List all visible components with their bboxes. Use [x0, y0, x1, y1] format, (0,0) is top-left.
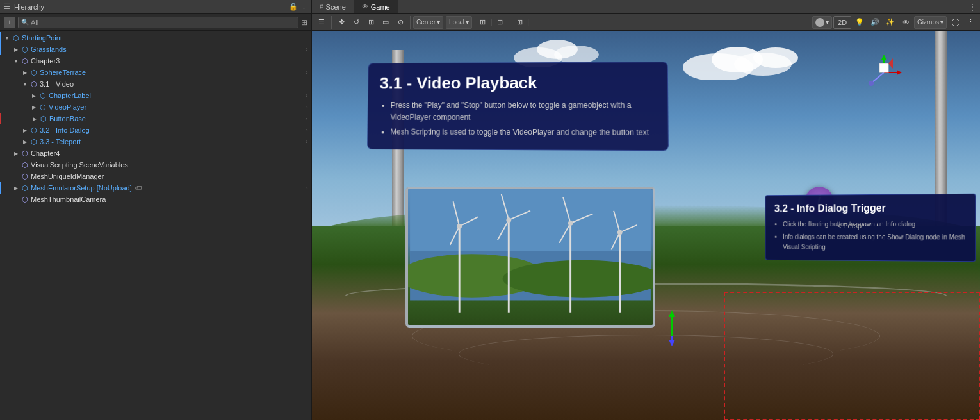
- transform-arrows: [659, 309, 685, 350]
- expand-arrow-chapter-label[interactable]: ▶: [29, 91, 38, 100]
- expand-arrow-video-player[interactable]: ▶: [29, 103, 38, 112]
- gizmo-widget: [865, 53, 903, 92]
- tree-item-teleport[interactable]: ▶ ⬡ 3.3 - Teleport ›: [0, 136, 311, 147]
- expand-arrow-chapter4[interactable]: ▶: [12, 149, 20, 158]
- tree-item-chapter-label[interactable]: ▶ ⬡ ChapterLabel ›: [0, 90, 311, 101]
- maximize-button[interactable]: ⛶: [948, 16, 962, 29]
- transform-tool-button[interactable]: ⊙: [393, 16, 407, 29]
- card-32-bullet-2: Info dialogs can be created using the Sh…: [783, 232, 966, 253]
- svg-point-36: [869, 81, 874, 86]
- gizmos-arrow: ▾: [940, 19, 943, 26]
- tab-game[interactable]: 👁 Game: [354, 0, 398, 13]
- cube-icon-mesh-thumbnail: ⬡: [20, 195, 29, 204]
- expand-arrow-grasslands[interactable]: ▶: [12, 45, 20, 54]
- expand-arrow-button-base[interactable]: ▶: [30, 114, 39, 123]
- svg-marker-38: [888, 58, 893, 69]
- tree-item-info-dialog[interactable]: ▶ ⬡ 3.2 - Info Dialog ›: [0, 124, 311, 136]
- hamburger-icon: ☰: [4, 3, 10, 11]
- render-mode-dropdown[interactable]: ▾: [812, 16, 832, 29]
- more-options-scene[interactable]: ⋮: [963, 16, 977, 29]
- blue-line-mesh-emulator: [0, 182, 1, 194]
- tree-item-grasslands[interactable]: ▶ ⬡ Grasslands ›: [0, 44, 311, 55]
- cube-icon-chapter-label: ⬡: [38, 91, 47, 100]
- tree-item-sphere-terrace[interactable]: ▶ ⬡ SphereTerrace ›: [0, 67, 311, 78]
- gizmos-label: Gizmos: [917, 19, 939, 26]
- expand-arrow-sphere-terrace[interactable]: ▶: [20, 68, 29, 77]
- tree-item-visual-scripting[interactable]: ⬡ VisualScripting SceneVariables: [0, 159, 311, 171]
- audio-button[interactable]: 🔊: [868, 16, 882, 29]
- hierarchy-panel: ☰ Hierarchy 🔒 ⋮ + 🔍 All ⊞ ▼ ⬡ StartingPo…: [0, 0, 312, 420]
- game-icon: 👁: [362, 3, 368, 10]
- tree-item-video-player[interactable]: ▶ ⬡ VideoPlayer ›: [0, 101, 311, 113]
- label-chapter-label: ChapterLabel: [49, 92, 91, 99]
- tree-item-mesh-thumbnail[interactable]: ⬡ MeshThumbnailCamera: [0, 194, 311, 205]
- grid-tool-1[interactable]: ⊞: [476, 16, 490, 29]
- fx-button[interactable]: ✨: [883, 16, 897, 29]
- scale-tool-button[interactable]: ⊞: [364, 16, 378, 29]
- center-dropdown[interactable]: Center ▾: [413, 16, 443, 29]
- gizmos-dropdown[interactable]: Gizmos ▾: [914, 16, 947, 29]
- svg-rect-37: [879, 63, 888, 72]
- tree-item-mesh-unique-id[interactable]: ⬡ MeshUniqueIdManager: [0, 171, 311, 182]
- label-mesh-thumbnail: MeshThumbnailCamera: [31, 196, 106, 203]
- more-options-icon[interactable]: ⋮: [300, 3, 307, 11]
- hierarchy-content: ▼ ⬡ StartingPoint ⋮ ▶ ⬡ Grasslands › ▼ ⬡…: [0, 31, 311, 420]
- lock-icon[interactable]: 🔒: [289, 3, 298, 11]
- svg-point-6: [554, 46, 599, 63]
- cube-icon-video-player: ⬡: [38, 103, 47, 112]
- label-starting-point: StartingPoint: [22, 34, 62, 42]
- expand-arrow-video-31[interactable]: ▼: [20, 80, 29, 88]
- label-chapter3: Chapter3: [31, 57, 60, 65]
- right-arrow-teleport: ›: [302, 137, 311, 146]
- center-label: Center: [416, 19, 436, 26]
- cube-icon-mesh-unique-id: ⬡: [20, 172, 29, 181]
- label-teleport: 3.3 - Teleport: [40, 138, 81, 146]
- move-tool-button[interactable]: ✥: [334, 16, 348, 29]
- expand-arrow-chapter3[interactable]: ▼: [12, 56, 20, 65]
- folder-icon[interactable]: ⊞: [301, 18, 307, 27]
- cube-icon-chapter4: ⬡: [20, 149, 29, 158]
- scene-visibility-button[interactable]: 👁: [899, 16, 913, 29]
- label-video-player: VideoPlayer: [49, 103, 86, 111]
- card-31-bullet-1: Press the "Play" and "Stop" button below…: [391, 99, 657, 124]
- svg-marker-42: [669, 340, 675, 346]
- toolbar-group-hand: ☰: [314, 16, 332, 29]
- render-dropdown-arrow: ▾: [826, 19, 829, 26]
- svg-point-30: [617, 230, 623, 235]
- label-visual-scripting: VisualScripting SceneVariables: [31, 161, 128, 169]
- expand-arrow-info-dialog[interactable]: ▶: [20, 126, 29, 135]
- tree-item-video-31[interactable]: ▼ ⬡ 3.1 - Video: [0, 78, 311, 90]
- 2d-button[interactable]: 2D: [833, 16, 851, 29]
- hierarchy-header: ☰ Hierarchy 🔒 ⋮: [0, 0, 311, 14]
- hand-tool-button[interactable]: ☰: [314, 16, 329, 29]
- tree-item-starting-point[interactable]: ▼ ⬡ StartingPoint ⋮: [0, 32, 311, 44]
- tree-item-chapter4[interactable]: ▶ ⬡ Chapter4: [0, 147, 311, 159]
- search-box[interactable]: 🔍 All: [18, 17, 298, 28]
- local-dropdown[interactable]: Local ▾: [446, 16, 472, 29]
- expand-arrow-mesh-emulator[interactable]: ▶: [12, 183, 20, 192]
- rotate-tool-button[interactable]: ↺: [349, 16, 363, 29]
- tab-scene[interactable]: # Scene: [312, 0, 354, 13]
- tree-item-mesh-emulator[interactable]: ▶ ⬡ MeshEmulatorSetup [NoUpload] 🏷 ›: [0, 182, 311, 194]
- card-31-title: 3.1 - Video Playback: [380, 72, 656, 93]
- grid-tool-2[interactable]: ⊞: [493, 16, 507, 29]
- svg-point-25: [568, 221, 573, 226]
- snap-tool[interactable]: ⊞: [513, 16, 527, 29]
- scene-tab-label: Scene: [326, 3, 346, 11]
- svg-point-20: [506, 217, 511, 223]
- rect-tool-button[interactable]: ▭: [379, 16, 393, 29]
- tree-item-chapter3[interactable]: ▼ ⬡ Chapter3: [0, 55, 311, 67]
- light-button[interactable]: 💡: [853, 16, 867, 29]
- cube-icon-button-base: ⬡: [39, 114, 48, 123]
- wind-turbines-image: [408, 189, 653, 325]
- right-arrow-video-player: ›: [302, 103, 311, 112]
- add-button[interactable]: +: [4, 17, 15, 28]
- expand-arrow-teleport[interactable]: ▶: [20, 137, 29, 146]
- label-sphere-terrace: SphereTerrace: [40, 69, 86, 76]
- right-arrow-chapter-label: ›: [302, 91, 311, 100]
- tabs-bar: # Scene 👁 Game ⋮: [312, 0, 980, 14]
- tree-item-button-base[interactable]: ▶ ⬡ ButtonBase ›: [0, 113, 311, 124]
- tabs-more-options[interactable]: ⋮: [965, 0, 980, 13]
- center-dropdown-arrow: ▾: [437, 19, 440, 26]
- expand-arrow-starting-point[interactable]: ▼: [3, 33, 12, 42]
